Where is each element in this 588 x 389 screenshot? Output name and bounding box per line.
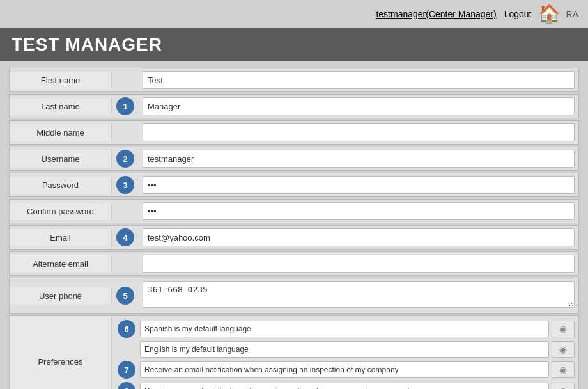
field-row-username: Username2 [9, 147, 579, 171]
field-badge-8: 5 [112, 285, 139, 306]
pref-input-wrap-1 [140, 341, 549, 358]
badge-icon-2: 2 [116, 150, 134, 168]
field-badge-6: 4 [112, 226, 139, 248]
field-label-5: Confirm password [10, 203, 112, 220]
home-icon[interactable]: 🏠 [538, 3, 561, 26]
header-user-link[interactable]: testmanager(Center Manager) [376, 9, 496, 19]
field-row-confirm-password: Confirm password [9, 199, 579, 223]
field-input-wrap-7 [139, 252, 578, 275]
field-badge-7 [112, 262, 139, 266]
field-badge-1: 1 [112, 95, 139, 117]
field-input-wrap-0 [139, 68, 578, 91]
header-ra-label: RA [566, 9, 578, 19]
field-badge-3: 2 [112, 148, 139, 170]
field-input-wrap-6 [139, 226, 578, 249]
field-input-middle-name[interactable] [143, 123, 575, 141]
badge-icon-4: 4 [116, 228, 134, 246]
header: testmanager(Center Manager) Logout 🏠 RA [0, 0, 588, 28]
logout-button[interactable]: Logout [504, 9, 532, 19]
pref-input-wrap-0 [140, 321, 549, 337]
badge-icon-1: 1 [116, 97, 134, 115]
field-row-first-name: First name [9, 68, 579, 92]
pref-badge-wrap-2: 7 [116, 361, 137, 379]
field-input-wrap-4 [139, 173, 578, 196]
field-badge-5 [112, 209, 139, 213]
pref-toggle-1[interactable]: ◉ [552, 341, 575, 358]
field-input-first-name[interactable] [143, 71, 575, 89]
field-badge-4: 3 [112, 174, 139, 196]
pref-input-3[interactable] [140, 383, 549, 389]
fields-container: First nameLast name1Middle nameUsername2… [9, 68, 579, 314]
field-input-wrap-2 [139, 121, 578, 144]
field-label-2: Middle name [10, 124, 112, 141]
field-input-password[interactable] [143, 176, 575, 194]
field-label-6: Email [10, 229, 112, 246]
preference-row-1: ◉ [116, 341, 575, 358]
field-input-wrap-1 [139, 95, 578, 118]
pref-input-wrap-2 [140, 361, 549, 378]
field-label-7: Alternate email [10, 255, 112, 273]
field-row-email: Email4 [9, 225, 579, 250]
preference-row-2: 7◉ [116, 361, 575, 379]
field-badge-0 [112, 78, 139, 82]
field-input-wrap-3 [139, 147, 578, 170]
preferences-block: Preferences6◉◉7◉8◉ [9, 315, 579, 389]
page-title-bar: TEST MANAGER [0, 28, 588, 61]
pref-input-wrap-3 [140, 383, 549, 389]
preferences-section: Preferences6◉◉7◉8◉ [9, 315, 579, 389]
field-input-wrap-8 [139, 278, 578, 313]
pref-input-2[interactable] [140, 361, 549, 378]
field-input-alternate-email[interactable] [143, 255, 575, 273]
field-input-user-phone[interactable] [143, 281, 575, 308]
pref-badge-icon-7: 7 [118, 361, 135, 379]
pref-badge-icon-6: 6 [118, 320, 135, 338]
field-label-8: User phone [10, 287, 112, 305]
field-input-wrap-5 [139, 200, 578, 223]
field-label-1: Last name [10, 98, 112, 115]
pref-badge-wrap-3: 8 [116, 382, 137, 389]
pref-badge-icon-8: 8 [118, 382, 135, 389]
preferences-label: Preferences [10, 316, 112, 389]
pref-toggle-3[interactable]: ◉ [552, 383, 575, 389]
preferences-content: 6◉◉7◉8◉ [112, 316, 578, 389]
field-label-4: Password [10, 177, 112, 194]
field-input-username[interactable] [143, 150, 575, 168]
preference-row-0: 6◉ [116, 320, 575, 338]
preference-row-3: 8◉ [116, 382, 575, 389]
badge-icon-5: 5 [116, 287, 134, 305]
page-title: TEST MANAGER [12, 35, 162, 55]
main-content: First nameLast name1Middle nameUsername2… [0, 61, 588, 389]
field-input-last-name[interactable] [143, 97, 575, 115]
field-row-alternate-email: Alternate email [9, 251, 579, 276]
field-row-last-name: Last name1 [9, 94, 579, 118]
pref-input-1[interactable] [140, 341, 549, 358]
pref-input-0[interactable] [140, 321, 549, 337]
field-label-3: Username [10, 150, 112, 168]
field-row-user-phone: User phone5 [9, 278, 579, 314]
field-badge-2 [112, 131, 139, 134]
field-label-0: First name [10, 72, 112, 89]
pref-toggle-2[interactable]: ◉ [552, 361, 575, 378]
field-input-email[interactable] [143, 228, 575, 246]
field-row-password: Password3 [9, 173, 579, 197]
badge-icon-3: 3 [116, 176, 134, 194]
pref-toggle-0[interactable]: ◉ [552, 321, 575, 337]
field-row-middle-name: Middle name [9, 120, 579, 145]
field-input-confirm-password[interactable] [143, 202, 575, 220]
pref-badge-wrap-0: 6 [116, 320, 137, 338]
